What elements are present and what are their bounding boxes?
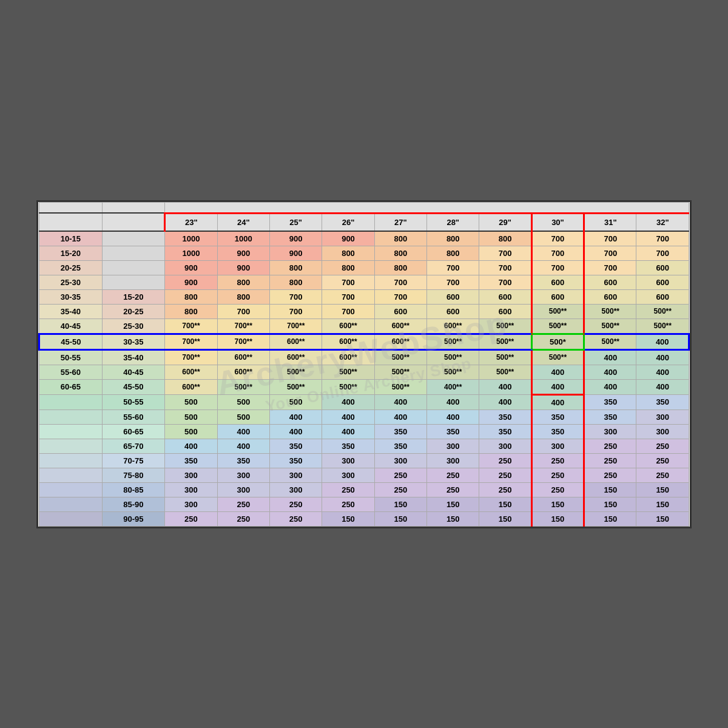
arrow-value: 500** <box>322 365 374 379</box>
arrow-value: 300 <box>427 439 479 453</box>
arrow-value: 400 <box>584 365 636 379</box>
recurve-bow-weight <box>39 439 103 453</box>
arrow-value: 800 <box>165 304 217 318</box>
arrow-value: 500** <box>584 334 636 349</box>
table-row: 45-5030-35700**700**600**600**600**500**… <box>39 334 689 349</box>
arrow-value: 800 <box>322 260 374 275</box>
arrow-value: 500** <box>531 349 584 365</box>
arrow-value: 700** <box>165 318 217 334</box>
arrow-value: 150 <box>584 482 636 497</box>
arrow-value: 250 <box>584 439 636 453</box>
arrow-value: 700 <box>636 231 689 246</box>
arrow-value: 350 <box>269 453 322 468</box>
arrow-value: 400 <box>479 379 531 394</box>
arrow-value: 500** <box>374 379 426 394</box>
arrow-value: 1000 <box>217 231 269 246</box>
arrow-value: 900 <box>165 275 217 289</box>
arrow-value: 500 <box>217 410 269 424</box>
arrow-value: 150 <box>636 511 689 526</box>
compound-bow-weight: 35-40 <box>102 349 165 365</box>
arrow-value: 600 <box>531 289 584 304</box>
chart-container: ArcheryWebShop Your Online Archery Shop <box>36 200 692 528</box>
arrow-value: 700 <box>269 304 322 318</box>
recurve-bow-weight <box>39 410 103 424</box>
header-row-2: 23" 24" 25" 26" 27" 28" 29" 30" 31" 32" <box>39 213 689 231</box>
compound-bow-weight: 80-85 <box>102 482 165 497</box>
compound-bow-weight: 40-45 <box>102 365 165 379</box>
arrow-value: 150 <box>636 497 689 511</box>
arrow-value: 300 <box>636 410 689 424</box>
arrow-value: 250 <box>479 482 531 497</box>
arrow-value: 500** <box>479 365 531 379</box>
arrow-value: 300 <box>165 497 217 511</box>
compound-bow-weight: 85-90 <box>102 497 165 511</box>
arrow-value: 350 <box>217 453 269 468</box>
arrow-value: 500** <box>374 349 426 365</box>
arrow-value: 600** <box>322 349 374 365</box>
arrow-value: 400 <box>531 379 584 394</box>
arrow-value: 700 <box>636 246 689 260</box>
arrow-value: 350 <box>584 394 636 410</box>
arrow-value: 400 <box>584 379 636 394</box>
arrow-value: 800 <box>374 246 426 260</box>
arrow-value: 700 <box>584 246 636 260</box>
recurve-bow-weight: 30-35 <box>39 289 103 304</box>
table-row: 25-30900800800700700700700600600600 <box>39 275 689 289</box>
arrow-value: 300 <box>531 439 584 453</box>
arrow-value: 700 <box>584 231 636 246</box>
arrow-value: 400 <box>427 410 479 424</box>
arrow-value: 350 <box>636 394 689 410</box>
arrow-value: 300 <box>217 468 269 482</box>
compound-bow-weight <box>102 231 165 246</box>
arrow-value: 400 <box>636 365 689 379</box>
compound-bow-weight <box>102 275 165 289</box>
arrow-value: 250 <box>322 497 374 511</box>
arrow-value: 500** <box>584 304 636 318</box>
length-28-header: 28" <box>427 213 479 231</box>
compound-bow-weight: 55-60 <box>102 410 165 424</box>
arrow-value: 400 <box>636 349 689 365</box>
arrow-value: 500** <box>531 304 584 318</box>
compound-header <box>102 202 165 213</box>
arrow-value: 350 <box>479 424 531 439</box>
arrow-value: 350 <box>165 453 217 468</box>
table-row: 10-1510001000900900800800800700700700 <box>39 231 689 246</box>
arrow-value: 800 <box>479 231 531 246</box>
table-row: 75-80300300300300250250250250250250 <box>39 468 689 482</box>
arrow-value: 800 <box>269 260 322 275</box>
arrow-value: 500** <box>584 318 636 334</box>
arrow-value: 600** <box>269 349 322 365</box>
arrow-value: 400 <box>584 349 636 365</box>
arrow-value: 250 <box>374 468 426 482</box>
compound-bow-weight: 70-75 <box>102 453 165 468</box>
arrow-value: 500** <box>636 318 689 334</box>
arrow-value: 150 <box>636 482 689 497</box>
arrow-value: 250 <box>531 482 584 497</box>
arrow-value: 800 <box>165 289 217 304</box>
table-row: 65-70400400350350350300300300250250 <box>39 439 689 453</box>
arrow-value: 800 <box>427 231 479 246</box>
arrow-value: 900 <box>322 231 374 246</box>
arrow-value: 150 <box>479 511 531 526</box>
arrow-value: 400 <box>531 394 584 410</box>
length-29-header: 29" <box>479 213 531 231</box>
arrow-value: 500 <box>165 424 217 439</box>
arrow-value: 500** <box>479 349 531 365</box>
arrow-value: 500** <box>427 349 479 365</box>
table-row: 40-4525-30700**700**700**600**600**600**… <box>39 318 689 334</box>
length-23-header: 23" <box>165 213 217 231</box>
arrow-value: 150 <box>374 511 426 526</box>
arrow-value: 250 <box>531 453 584 468</box>
arrow-value: 400** <box>427 379 479 394</box>
arrow-value: 500** <box>427 365 479 379</box>
arrow-chart-table: 23" 24" 25" 26" 27" 28" 29" 30" 31" 32" … <box>38 202 690 527</box>
arrow-value: 250 <box>636 453 689 468</box>
arrow-value: 900 <box>217 246 269 260</box>
arrow-value: 400 <box>374 394 426 410</box>
arrow-value: 250 <box>479 468 531 482</box>
length-24-header: 24" <box>217 213 269 231</box>
arrow-value: 700** <box>165 334 217 349</box>
compound-bow-weight: 65-70 <box>102 439 165 453</box>
recurve-bow-weight: 35-40 <box>39 304 103 318</box>
arrow-value: 500** <box>479 318 531 334</box>
